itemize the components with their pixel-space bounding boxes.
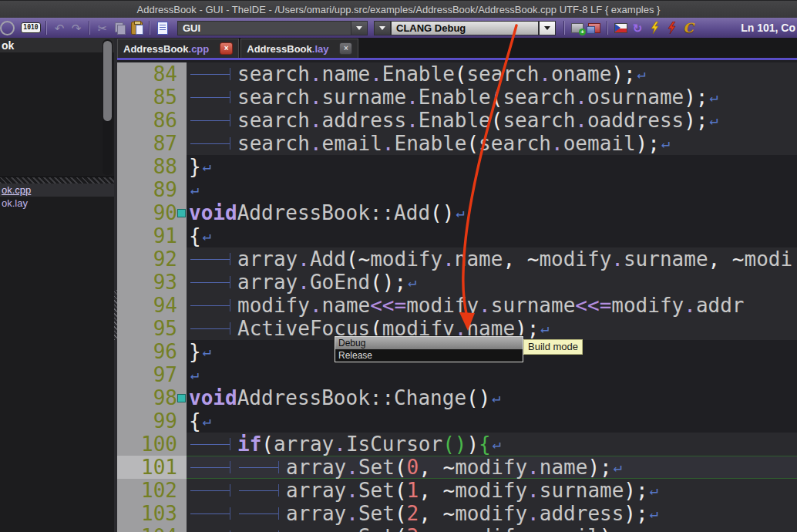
popup-item-release[interactable]: Release <box>335 349 523 362</box>
code-line-103[interactable]: 103array.Set(2, ~modify.address);↵ <box>117 502 797 525</box>
package-combo: GUI <box>177 21 368 35</box>
newline-mark-icon: ↵ <box>650 479 658 502</box>
code-line-85[interactable]: 85search.surname.Enable(search.osurname)… <box>117 86 797 109</box>
line-number-gutter[interactable]: 85 <box>117 86 187 109</box>
package-list-scrollbar[interactable] <box>103 39 113 175</box>
title-bar[interactable]: AddressBook - GUI - TheIDE - /Users/omar… <box>0 0 797 18</box>
line-number: 90 <box>153 201 177 224</box>
line-number-gutter[interactable]: 100 <box>117 433 187 456</box>
line-number-gutter[interactable]: 103 <box>117 502 187 525</box>
popup-item-debug[interactable]: Debug <box>335 337 523 349</box>
code-line-98[interactable]: 98void AddressBook::Change()↵ <box>117 386 797 409</box>
code-line-86[interactable]: 86search.address.Enable(search.oaddress)… <box>117 109 797 132</box>
line-number-gutter[interactable]: 102 <box>117 479 187 502</box>
line-number-gutter[interactable]: 88 <box>117 155 187 178</box>
code-line-100[interactable]: 100if(array.IsCursor()) {↵ <box>117 433 797 456</box>
run-bolt-icon[interactable] <box>664 20 679 35</box>
tab-guide-icon <box>189 502 237 525</box>
line-number-gutter[interactable]: 94 <box>117 294 187 317</box>
code-line-97[interactable]: 97↵ <box>117 363 797 386</box>
newline-mark-icon: ↵ <box>203 409 211 433</box>
line-number-gutter[interactable]: 104 <box>117 525 187 532</box>
line-number-gutter[interactable]: 91 <box>117 224 187 247</box>
code-line-89[interactable]: 89↵ <box>117 178 797 201</box>
code-editor[interactable]: 84search.name.Enable(search.oname);↵85se… <box>117 60 797 532</box>
debug-bolt-icon[interactable] <box>647 20 662 35</box>
clipped-toolbar-icon[interactable] <box>4 20 19 35</box>
build-combo-value[interactable]: CLANG Debug <box>391 21 539 35</box>
code-line-94[interactable]: 94modify.name <<= modify.surname <<= mod… <box>117 294 797 317</box>
file-list-item-lay[interactable]: ok.lay <box>0 197 114 210</box>
copy-icon[interactable] <box>112 20 127 35</box>
line-number-gutter[interactable]: 89 <box>117 178 187 201</box>
newline-mark-icon: ↵ <box>650 502 658 525</box>
code-line-99[interactable]: 99{↵ <box>117 409 797 433</box>
package-list-item[interactable]: ok <box>0 38 114 52</box>
line-number-gutter[interactable]: 87 <box>117 132 187 155</box>
line-number: 97 <box>153 363 177 386</box>
tab-guide-icon <box>189 456 237 479</box>
newline-mark-icon: ↵ <box>614 456 622 479</box>
code-line-92[interactable]: 92array.Add(~modify.name, ~modify.surnam… <box>117 247 797 271</box>
tab-addressbook-cpp[interactable]: AddressBook.cpp × <box>117 39 239 58</box>
paste-icon[interactable] <box>129 20 144 35</box>
line-number-gutter[interactable]: 92 <box>117 247 187 271</box>
tab-addressbook-lay[interactable]: AddressBook.lay × <box>240 39 358 58</box>
line-number: 101 <box>141 456 177 479</box>
sidebar: ok ok.cpp ok.lay <box>0 38 114 532</box>
toolbar-separator <box>607 21 608 35</box>
file-list-panel: ok.cpp ok.lay <box>0 184 114 532</box>
code-line-88[interactable]: 88}↵ <box>117 155 797 178</box>
add-package-icon[interactable]: + <box>570 20 585 35</box>
code-line-93[interactable]: 93array.GoEnd();↵ <box>117 271 797 294</box>
code-line-104[interactable]: 104array.Set(3, ~modify.email);↵ <box>117 525 797 532</box>
cut-icon[interactable]: ✂ <box>95 20 110 35</box>
line-number-gutter[interactable]: 84 <box>117 62 187 86</box>
line-number-gutter[interactable]: 97 <box>117 363 187 386</box>
line-number-gutter[interactable]: 95 <box>117 317 187 340</box>
toolbar-separator <box>149 21 150 35</box>
line-number-gutter[interactable]: 99 <box>117 409 187 433</box>
document-icon[interactable] <box>155 20 170 35</box>
package-combo-value[interactable]: GUI <box>177 21 351 35</box>
sync-refresh-icon[interactable]: ↻ <box>630 20 645 35</box>
newline-mark-icon: ↵ <box>710 86 718 109</box>
line-number: 103 <box>141 502 177 525</box>
line-number-gutter[interactable]: 101 <box>117 456 187 479</box>
line-number: 87 <box>153 132 177 155</box>
newline-mark-icon: ↵ <box>203 340 211 363</box>
close-tab-icon[interactable]: × <box>220 42 233 55</box>
undo-icon[interactable]: ↶ <box>52 20 67 35</box>
line-number-gutter[interactable]: 98 <box>117 386 187 409</box>
main-area: ok ok.cpp ok.lay AddressBook.c <box>0 38 797 532</box>
build-combo-left-dropdown-button[interactable] <box>374 21 391 35</box>
code-line-90[interactable]: 90void AddressBook::Add()↵ <box>117 201 797 224</box>
file-list-item-cpp[interactable]: ok.cpp <box>0 184 114 197</box>
package-combo-dropdown-button[interactable] <box>351 21 368 35</box>
code-line-91[interactable]: 91{↵ <box>117 224 797 247</box>
newline-mark-icon: ↵ <box>661 132 670 155</box>
code-line-101[interactable]: 101array.Set(0, ~modify.name);↵ <box>117 456 797 479</box>
newline-mark-icon: ↵ <box>190 178 199 201</box>
code-line-84[interactable]: 84search.name.Enable(search.oname);↵ <box>117 62 797 86</box>
install-package-icon[interactable] <box>587 20 602 35</box>
code-lines: 84search.name.Enable(search.oname);↵85se… <box>117 62 797 532</box>
language-flag-icon[interactable] <box>613 20 628 35</box>
binary-view-icon[interactable]: 1010 <box>21 20 41 35</box>
line-number-gutter[interactable]: 96 <box>117 340 187 363</box>
line-number-gutter[interactable]: 86 <box>117 109 187 132</box>
close-tab-icon[interactable]: × <box>339 42 352 55</box>
code-line-102[interactable]: 102array.Set(1, ~modify.surname);↵ <box>117 479 797 502</box>
build-mode-dropdown-button[interactable] <box>539 21 556 35</box>
redo-icon[interactable]: ↷ <box>69 20 84 35</box>
newline-mark-icon: ↵ <box>203 155 211 178</box>
line-number-gutter[interactable]: 93 <box>117 271 187 294</box>
tab-guide-icon <box>189 317 237 340</box>
scrollbar-thumb[interactable] <box>103 41 112 121</box>
line-number-gutter[interactable]: 90 <box>117 201 187 224</box>
code-line-87[interactable]: 87search.email.Enable(search.oemail);↵ <box>117 132 797 155</box>
tab-guide-icon <box>189 132 237 155</box>
window-title: AddressBook - GUI - TheIDE - /Users/omar… <box>137 4 661 15</box>
clang-c-icon[interactable]: C <box>681 20 696 35</box>
sidebar-horizontal-splitter[interactable] <box>0 177 114 184</box>
